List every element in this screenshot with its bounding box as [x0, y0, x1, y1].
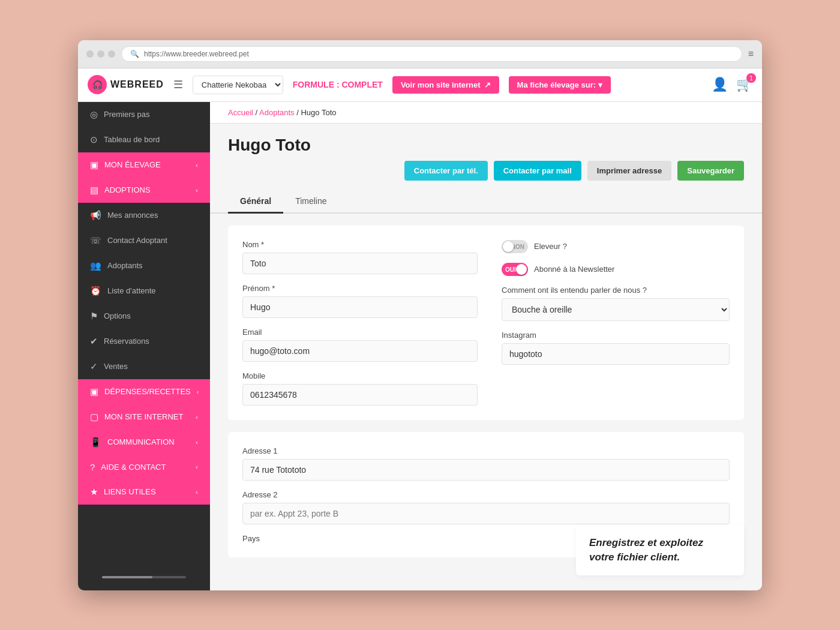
nom-input[interactable]: [242, 253, 478, 274]
sidebar-item-label: AIDE & CONTACT: [101, 463, 166, 472]
sidebar-item-contact-adoptant[interactable]: ☏ Contact Adoptant: [78, 228, 210, 253]
adoptants-icon: 👥: [90, 260, 101, 271]
contact-icon: ☏: [90, 235, 101, 246]
mobile-group: Mobile: [242, 371, 478, 406]
sidebar-item-label: Adoptants: [107, 261, 143, 270]
prenom-label: Prénom *: [242, 284, 478, 293]
address-bar[interactable]: 🔍 https://www.breeder.webreed.pet: [121, 46, 742, 62]
logo-area: 🎧 WEBREED: [88, 75, 164, 94]
nom-label: Nom *: [242, 240, 478, 249]
communication-icon: 📱: [90, 437, 101, 448]
annonces-icon: 📢: [90, 210, 101, 221]
dot-green: [108, 50, 115, 58]
save-button[interactable]: Sauvegarder: [677, 161, 744, 181]
sidebar-item-label: Ventes: [104, 362, 128, 371]
cart-badge: 1: [746, 73, 756, 83]
eleveur-toggle[interactable]: NON: [502, 240, 528, 253]
tab-timeline[interactable]: Timeline: [283, 190, 338, 214]
instagram-input[interactable]: [502, 343, 730, 365]
sidebar-item-label: Options: [104, 311, 131, 320]
adresse2-input[interactable]: [242, 503, 730, 524]
sidebar-item-label: Réservations: [104, 337, 149, 346]
sidebar-item-label: LIENS UTILES: [104, 487, 156, 496]
heard-select[interactable]: Bouche à oreille Internet Réseaux sociau…: [502, 298, 730, 321]
toggle-knob: [503, 241, 514, 252]
adresse1-input[interactable]: [242, 459, 730, 481]
voir-site-button[interactable]: Voir mon site internet ↗: [392, 76, 499, 94]
dot-red: [86, 50, 94, 58]
tableau-icon: ⊙: [90, 134, 98, 145]
aide-icon: ?: [90, 462, 95, 472]
email-group: Email: [242, 328, 478, 362]
external-link-icon: ↗: [484, 80, 491, 89]
voir-site-label: Voir mon site internet: [401, 80, 481, 89]
sidebar-item-mon-site[interactable]: ▢ MON SITE INTERNET ‹: [78, 404, 210, 430]
sidebar-item-tableau-de-bord[interactable]: ⊙ Tableau de bord: [78, 127, 210, 152]
dot-yellow: [97, 50, 104, 58]
browser-menu-icon[interactable]: ≡: [748, 49, 754, 59]
email-label: Email: [242, 328, 478, 337]
sidebar: ◎ Premiers pas ⊙ Tableau de bord ▣ MON É…: [78, 102, 210, 590]
hamburger-menu[interactable]: ☰: [173, 78, 183, 91]
chattery-dropdown[interactable]: Chatterie Nekobaa: [193, 76, 283, 94]
toggle-knob-2: [516, 264, 527, 275]
nom-group: Nom *: [242, 240, 478, 274]
sidebar-item-options[interactable]: ⚑ Options: [78, 304, 210, 329]
sidebar-item-ventes[interactable]: ✓ Ventes: [78, 354, 210, 379]
prenom-input[interactable]: [242, 296, 478, 318]
sidebar-item-label: Premiers pas: [104, 110, 150, 119]
logo-icon: 🎧: [88, 75, 107, 94]
logo-text: WEBREED: [110, 79, 164, 90]
page-title: Hugo Toto: [228, 136, 744, 155]
sidebar-item-mes-annonces[interactable]: 📢 Mes annonces: [78, 203, 210, 228]
email-input[interactable]: [242, 340, 478, 362]
search-icon: 🔍: [130, 50, 139, 58]
contact-tel-button[interactable]: Contacter par tél.: [404, 161, 488, 181]
breadcrumb-current: Hugo Toto: [301, 108, 336, 117]
action-buttons: Contacter par tél. Contacter par mail Im…: [210, 161, 762, 190]
newsletter-toggle[interactable]: OUI: [502, 263, 528, 276]
sidebar-item-liste-attente[interactable]: ⏰ Liste d'attente: [78, 278, 210, 304]
prenom-group: Prénom *: [242, 284, 478, 318]
url-text: https://www.breeder.webreed.pet: [144, 50, 249, 58]
adoptions-icon: ▤: [90, 185, 98, 196]
sidebar-item-mon-elevage[interactable]: ▣ MON ÉLEVAGE ‹: [78, 152, 210, 178]
eleveur-row: NON Eleveur ?: [502, 240, 730, 253]
sidebar-item-premiers-pas[interactable]: ◎ Premiers pas: [78, 102, 210, 127]
sidebar-item-aide[interactable]: ? AIDE & CONTACT ‹: [78, 455, 210, 479]
main-form-card: Nom * Prénom * Email: [228, 226, 744, 420]
adresse2-group: Adresse 2: [242, 490, 730, 524]
sidebar-item-adoptions[interactable]: ▤ ADOPTIONS ‹: [78, 178, 210, 203]
newsletter-label: Abonné à la Newsletter: [534, 265, 614, 274]
chevron-depenses-icon: ‹: [197, 388, 199, 395]
browser-chrome: 🔍 https://www.breeder.webreed.pet ≡: [78, 40, 762, 68]
sidebar-item-liens[interactable]: ★ LIENS UTILES ‹: [78, 479, 210, 505]
contact-mail-button[interactable]: Contacter par mail: [494, 161, 581, 181]
chevron-aide-icon: ‹: [196, 463, 198, 470]
ventes-icon: ✓: [90, 361, 98, 372]
tab-general[interactable]: Général: [228, 190, 283, 214]
mobile-input[interactable]: [242, 384, 478, 406]
sidebar-item-reservations[interactable]: ✔ Réservations: [78, 329, 210, 354]
heard-group: Comment ont ils entendu parler de nous ?…: [502, 286, 730, 321]
print-button[interactable]: Imprimer adresse: [587, 161, 671, 181]
page-header: Hugo Toto: [210, 124, 762, 161]
sidebar-item-depenses[interactable]: ▣ DÉPENSES/RECETTES ‹: [78, 379, 210, 404]
browser-dots: [86, 50, 115, 58]
cart-icon-wrap[interactable]: 🛒 1: [736, 77, 752, 92]
chevron-comm-icon: ‹: [196, 439, 198, 446]
depenses-icon: ▣: [90, 386, 98, 397]
mon-elevage-icon: ▣: [90, 160, 98, 170]
sidebar-item-adoptants[interactable]: 👥 Adoptants: [78, 253, 210, 278]
breadcrumb-accueil[interactable]: Accueil: [228, 108, 253, 117]
content-area: Accueil / Adoptants / Hugo Toto Hugo Tot…: [210, 102, 762, 590]
sidebar-item-communication[interactable]: 📱 COMMUNICATION ‹: [78, 430, 210, 455]
breadcrumb-adoptants[interactable]: Adoptants: [259, 108, 295, 117]
formule-label: FORMULE : COMPLET: [293, 80, 383, 89]
chevron-right-icon: ‹: [196, 161, 198, 169]
tab-general-label: Général: [240, 196, 271, 206]
user-icon[interactable]: 👤: [712, 77, 728, 92]
adresse2-label: Adresse 2: [242, 490, 730, 499]
fiche-elevage-button[interactable]: Ma fiche élevage sur: ▾: [509, 76, 611, 94]
liens-icon: ★: [90, 487, 98, 497]
